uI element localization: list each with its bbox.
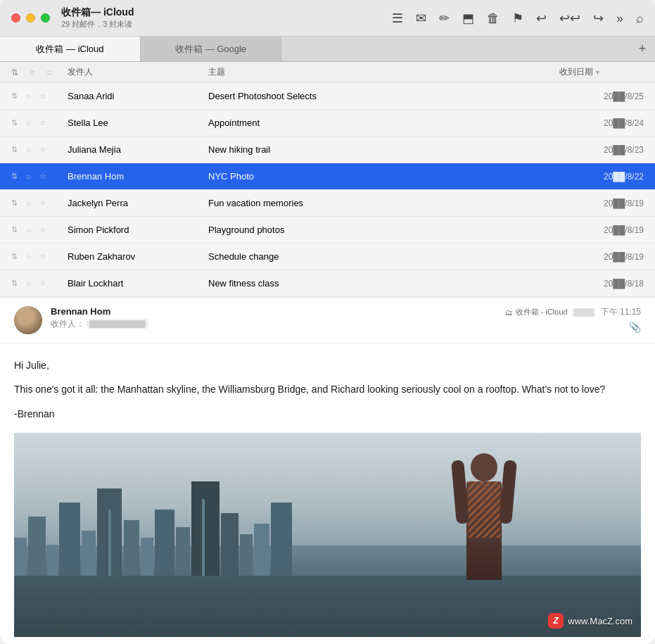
traffic-lights xyxy=(11,13,50,23)
email-sender: Stella Lee xyxy=(68,118,208,128)
folder-name: 收件箱 - iCloud xyxy=(516,307,568,317)
email-photo: Z www.MacZ.com xyxy=(14,433,641,637)
email-sender: Simon Pickford xyxy=(68,225,208,235)
email-subject: New fitness class xyxy=(208,278,559,289)
tab-google[interactable]: 收件箱 — Google xyxy=(141,37,281,61)
unread-row-icon: ○ xyxy=(26,146,31,154)
photo-background: Z www.MacZ.com xyxy=(14,433,641,637)
flag-row-icon: ☆ xyxy=(39,252,46,261)
header-icons-col: ⇅ ○ ☆ xyxy=(11,68,68,77)
edit-icon[interactable]: ✏ xyxy=(439,12,450,25)
archive-icon[interactable]: ⬒ xyxy=(462,12,474,25)
row-icons: ⇅ ○ ☆ xyxy=(11,145,68,154)
header-subject: 主题 xyxy=(208,66,559,78)
email-meta: Brennan Hom 收件人： xyxy=(51,306,497,330)
email-body-paragraph: This one's got it all: the Manhattan sky… xyxy=(14,381,641,397)
email-date: 20██/8/18 xyxy=(559,279,644,289)
flag-row-icon: ☆ xyxy=(39,225,46,234)
email-date: 20██/8/24 xyxy=(559,118,644,128)
email-subject: Playground photos xyxy=(208,225,559,235)
email-sender: Juliana Mejia xyxy=(68,144,208,155)
list-header: ⇅ ○ ☆ 发件人 主题 收到日期 ▾ xyxy=(0,62,655,83)
flag-row-icon: ☆ xyxy=(39,118,46,127)
email-date: 20██/8/19 xyxy=(559,252,644,262)
email-list: ⇅ ○ ☆ Sanaa Aridi Desert Photoshoot Sele… xyxy=(0,83,655,297)
close-button[interactable] xyxy=(11,13,20,23)
flag-row-icon: ☆ xyxy=(39,172,46,181)
email-body-area: Hi Julie, This one's got it all: the Man… xyxy=(0,343,655,644)
header-sender: 发件人 xyxy=(68,66,208,78)
more-icon[interactable]: » xyxy=(616,12,623,25)
mail-window: 收件箱— iCloud 29 封邮件，3 封未读 ☰ ✉ ✏ ⬒ 🗑 ⚑ ↩ ↩… xyxy=(0,0,655,644)
reply-all-icon[interactable]: ↩↩ xyxy=(559,12,580,25)
watermark: Z www.MacZ.com xyxy=(548,613,632,629)
email-date: 20██/8/22 xyxy=(559,172,644,182)
detail-to-line: 收件人： xyxy=(51,318,497,330)
to-address xyxy=(87,319,148,329)
minimize-button[interactable] xyxy=(26,13,35,23)
email-row[interactable]: ⇅ ○ ☆ Simon Pickford Playground photos 2… xyxy=(0,217,655,244)
email-row[interactable]: ⇅ ○ ☆ Stella Lee Appointment 20██/8/24 xyxy=(0,110,655,137)
email-sender: Ruben Zakharov xyxy=(68,251,208,262)
email-subject: Appointment xyxy=(208,118,559,128)
email-row-selected[interactable]: ⇅ ○ ☆ Brennan Hom NYC Photo 20██/8/22 xyxy=(0,163,655,190)
email-date-blurred xyxy=(573,308,595,317)
buildings-layer xyxy=(14,478,421,580)
email-subject: Fun vacation memories xyxy=(208,198,559,208)
flag-row-icon: ☆ xyxy=(39,198,46,208)
email-row[interactable]: ⇅ ○ ☆ Blair Lockhart New fitness class 2… xyxy=(0,270,655,297)
maximize-button[interactable] xyxy=(41,13,50,23)
window-subtitle: 29 封邮件，3 封未读 xyxy=(61,19,134,30)
unread-row-icon: ○ xyxy=(26,226,31,234)
email-date: 20██/8/19 xyxy=(559,198,644,208)
filter-icon[interactable]: ☰ xyxy=(392,12,403,25)
sender-avatar xyxy=(14,306,42,334)
email-signature: -Brennan xyxy=(14,406,641,422)
email-date: 20██/8/19 xyxy=(559,225,644,235)
email-subject: New hiking trail xyxy=(208,144,559,155)
forward-icon[interactable]: ↪ xyxy=(593,12,604,25)
tabs-bar: 收件箱 — iCloud 收件箱 — Google + xyxy=(0,37,655,62)
email-row[interactable]: ⇅ ○ ☆ Jackelyn Perra Fun vacation memori… xyxy=(0,190,655,217)
email-row[interactable]: ⇅ ○ ☆ Sanaa Aridi Desert Photoshoot Sele… xyxy=(0,83,655,110)
row-icons: ⇅ ○ ☆ xyxy=(11,91,68,101)
sort-row-icon: ⇅ xyxy=(11,225,18,234)
reply-icon[interactable]: ↩ xyxy=(536,12,547,25)
row-icons: ⇅ ○ ☆ xyxy=(11,252,68,261)
email-subject: Desert Photoshoot Selects xyxy=(208,91,559,101)
to-label: 收件人： xyxy=(51,319,84,329)
email-header-right: 🗂 收件箱 - iCloud 下午 11:15 📎 xyxy=(505,306,641,334)
email-row[interactable]: ⇅ ○ ☆ Juliana Mejia New hiking trail 20█… xyxy=(0,137,655,163)
add-tab-button[interactable]: + xyxy=(630,37,655,61)
email-detail-pane: Brennan Hom 收件人： 🗂 收件箱 - iCloud 下午 11:15 xyxy=(0,297,655,644)
unread-row-icon: ○ xyxy=(26,199,31,208)
email-time: 下午 11:15 xyxy=(601,306,641,318)
email-row[interactable]: ⇅ ○ ☆ Ruben Zakharov Schedule change 20█… xyxy=(0,244,655,270)
email-greeting: Hi Julie, xyxy=(14,358,641,373)
unread-row-icon: ○ xyxy=(26,172,31,181)
bridge-tower-right xyxy=(202,499,205,580)
email-subject: Schedule change xyxy=(208,251,559,262)
date-sort-icon: ▾ xyxy=(596,68,599,76)
unread-icon: ○ xyxy=(30,68,34,77)
email-body-text: Hi Julie, This one's got it all: the Man… xyxy=(14,358,641,422)
compose-icon[interactable]: ✉ xyxy=(416,12,426,25)
sort-row-icon: ⇅ xyxy=(11,198,18,208)
unread-row-icon: ○ xyxy=(26,279,31,288)
row-icons: ⇅ ○ ☆ xyxy=(11,118,68,127)
sort-icon: ⇅ xyxy=(11,68,18,77)
tab-icloud[interactable]: 收件箱 — iCloud xyxy=(0,37,141,61)
unread-row-icon: ○ xyxy=(26,92,31,101)
email-date: 20██/8/25 xyxy=(559,91,644,101)
row-icons: ⇅ ○ ☆ xyxy=(11,198,68,208)
flag-icon[interactable]: ⚑ xyxy=(512,12,523,25)
email-sender: Sanaa Aridi xyxy=(68,91,208,101)
unread-row-icon: ○ xyxy=(26,253,31,261)
email-header-meta: 🗂 收件箱 - iCloud 下午 11:15 xyxy=(505,306,641,318)
sort-row-icon: ⇅ xyxy=(11,118,18,127)
watermark-text: www.MacZ.com xyxy=(568,616,632,626)
trash-icon[interactable]: 🗑 xyxy=(487,12,500,25)
attachment-icon: 📎 xyxy=(629,321,641,334)
header-date: 收到日期 ▾ xyxy=(559,66,644,78)
search-icon[interactable]: ⌕ xyxy=(636,12,644,25)
